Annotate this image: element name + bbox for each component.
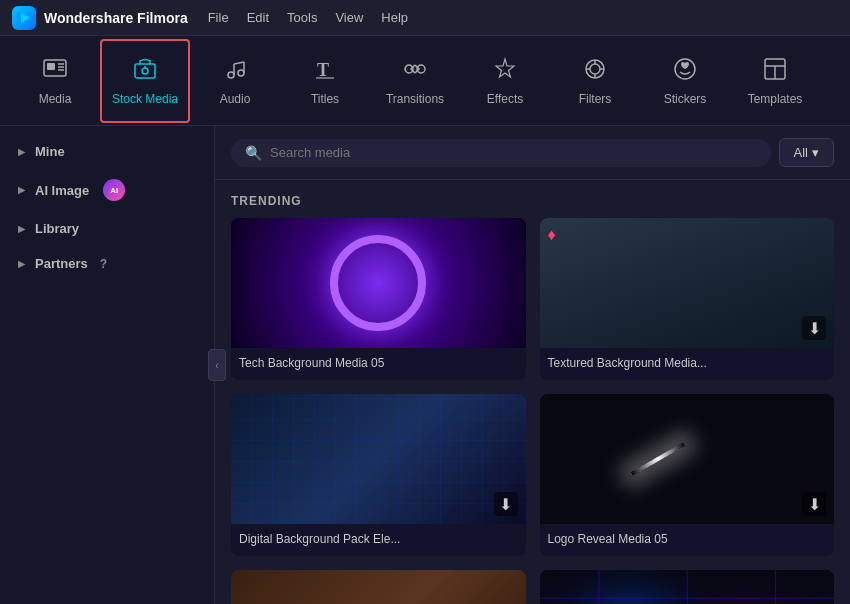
sidebar-item-partners[interactable]: ▶ Partners ? xyxy=(0,246,214,281)
help-icon: ? xyxy=(100,257,107,271)
search-icon: 🔍 xyxy=(245,145,262,161)
sidebar-item-library[interactable]: ▶ Library xyxy=(0,211,214,246)
sidebar-library-label: Library xyxy=(35,221,79,236)
media-thumb-cyber xyxy=(540,570,835,604)
ai-badge: AI xyxy=(103,179,125,201)
media-card-clapper[interactable]: Film Clapper Media xyxy=(231,570,526,604)
sidebar-item-ai-image[interactable]: ▶ AI Image AI xyxy=(0,169,214,211)
media-thumb-tech xyxy=(231,218,526,348)
media-label: Media xyxy=(39,92,72,106)
templates-label: Templates xyxy=(748,92,803,106)
menu-edit[interactable]: Edit xyxy=(247,10,269,25)
menu-view[interactable]: View xyxy=(335,10,363,25)
media-card-logo-reveal[interactable]: ⬇ Logo Reveal Media 05 xyxy=(540,394,835,556)
svg-rect-3 xyxy=(47,63,55,70)
app-logo: Wondershare Filmora xyxy=(12,6,188,30)
app-title: Wondershare Filmora xyxy=(44,10,188,26)
media-thumb-clapper xyxy=(231,570,526,604)
media-card-digital-bg[interactable]: ⬇ Digital Background Pack Ele... xyxy=(231,394,526,556)
media-grid: Tech Background Media 05 ♦ ⬇ Textured Ba… xyxy=(215,218,850,604)
filter-label: All xyxy=(794,145,808,160)
media-card-tech-bg[interactable]: Tech Background Media 05 xyxy=(231,218,526,380)
filter-chevron-icon: ▾ xyxy=(812,145,819,160)
svg-point-8 xyxy=(142,68,148,74)
sidebar-item-mine[interactable]: ▶ Mine xyxy=(0,134,214,169)
svg-marker-19 xyxy=(496,59,514,77)
media-card-cyber[interactable]: Cyber Background Media xyxy=(540,570,835,604)
main-content: ▶ Mine ▶ AI Image AI ▶ Library ▶ Partner… xyxy=(0,126,850,604)
menu-bar: Wondershare Filmora File Edit Tools View… xyxy=(0,0,850,36)
media-thumb-digital: ⬇ xyxy=(231,394,526,524)
filters-label: Filters xyxy=(579,92,612,106)
download-icon[interactable]: ⬇ xyxy=(802,316,826,340)
chevron-icon: ▶ xyxy=(18,185,25,195)
stock-media-label: Stock Media xyxy=(112,92,178,106)
svg-line-14 xyxy=(234,62,244,64)
toolbar-audio[interactable]: Audio xyxy=(190,39,280,123)
sidebar-ai-image-label: AI Image xyxy=(35,183,89,198)
filters-icon xyxy=(582,56,608,86)
sidebar-collapse-button[interactable]: ‹ xyxy=(208,349,226,381)
effects-icon xyxy=(492,56,518,86)
download-icon[interactable]: ⬇ xyxy=(802,492,826,516)
effects-label: Effects xyxy=(487,92,523,106)
transitions-icon xyxy=(402,56,428,86)
toolbar-media[interactable]: Media xyxy=(10,39,100,123)
media-thumb-logo: ⬇ xyxy=(540,394,835,524)
sidebar-mine-label: Mine xyxy=(35,144,65,159)
media-title-digital: Digital Background Pack Ele... xyxy=(231,524,526,556)
media-icon xyxy=(42,56,68,86)
audio-label: Audio xyxy=(220,92,251,106)
content-panel: 🔍 All ▾ TRENDING Tech Background Media 0… xyxy=(215,126,850,604)
svg-text:T: T xyxy=(317,60,329,80)
toolbar-stickers[interactable]: Stickers xyxy=(640,39,730,123)
download-icon[interactable]: ⬇ xyxy=(494,492,518,516)
chevron-icon: ▶ xyxy=(18,259,25,269)
menu-help[interactable]: Help xyxy=(381,10,408,25)
templates-icon xyxy=(762,56,788,86)
titles-icon: T xyxy=(312,56,338,86)
menu-items: File Edit Tools View Help xyxy=(208,10,408,25)
collapse-icon: ‹ xyxy=(215,360,218,371)
media-card-textured-bg[interactable]: ♦ ⬇ Textured Background Media... xyxy=(540,218,835,380)
audio-icon xyxy=(222,56,248,86)
toolbar-stock-media[interactable]: Stock Media xyxy=(100,39,190,123)
app-logo-icon xyxy=(12,6,36,30)
sidebar-partners-label: Partners xyxy=(35,256,88,271)
toolbar-transitions[interactable]: Transitions xyxy=(370,39,460,123)
toolbar: Media Stock Media Audio xyxy=(0,36,850,126)
menu-file[interactable]: File xyxy=(208,10,229,25)
svg-point-21 xyxy=(590,64,600,74)
filter-button[interactable]: All ▾ xyxy=(779,138,834,167)
media-title-tech: Tech Background Media 05 xyxy=(231,348,526,380)
toolbar-effects[interactable]: Effects xyxy=(460,39,550,123)
chevron-icon: ▶ xyxy=(18,224,25,234)
titles-label: Titles xyxy=(311,92,339,106)
media-title-textured: Textured Background Media... xyxy=(540,348,835,380)
search-input-wrap: 🔍 xyxy=(231,139,771,167)
svg-rect-1 xyxy=(17,11,21,25)
stickers-label: Stickers xyxy=(664,92,707,106)
toolbar-templates[interactable]: Templates xyxy=(730,39,820,123)
media-title-logo: Logo Reveal Media 05 xyxy=(540,524,835,556)
toolbar-titles[interactable]: T Titles xyxy=(280,39,370,123)
svg-point-10 xyxy=(228,72,234,78)
trending-label: TRENDING xyxy=(215,180,850,218)
search-bar: 🔍 All ▾ xyxy=(215,126,850,180)
search-input[interactable] xyxy=(270,145,757,160)
menu-tools[interactable]: Tools xyxy=(287,10,317,25)
toolbar-filters[interactable]: Filters xyxy=(550,39,640,123)
stock-media-icon xyxy=(132,56,158,86)
premium-badge: ♦ xyxy=(548,226,564,242)
transitions-label: Transitions xyxy=(386,92,444,106)
sidebar: ▶ Mine ▶ AI Image AI ▶ Library ▶ Partner… xyxy=(0,126,215,604)
svg-point-11 xyxy=(238,70,244,76)
stickers-icon xyxy=(672,56,698,86)
chevron-icon: ▶ xyxy=(18,147,25,157)
media-thumb-textured: ♦ ⬇ xyxy=(540,218,835,348)
